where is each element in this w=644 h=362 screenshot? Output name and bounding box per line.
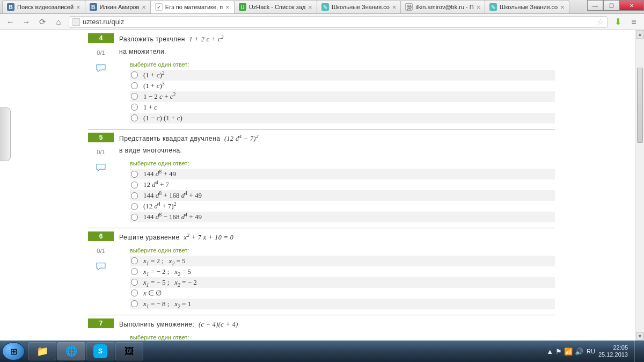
show-desktop-button[interactable] (634, 341, 640, 362)
question-score: 0/1 (88, 49, 114, 56)
answer-hint: выберите один ответ: (130, 61, 555, 68)
answer-option[interactable]: x1 = 2 ; x2 = 5 (130, 256, 555, 266)
browser-tab[interactable]: B Поиск видеозаписей × (2, 0, 85, 13)
tab-title: Школьные Знания.co (332, 4, 390, 10)
close-tab-icon[interactable]: × (477, 3, 481, 11)
address-bar[interactable]: uztest.ru/quiz ☆ (69, 16, 608, 28)
answer-option[interactable]: 1 − 2 c + c2 (130, 91, 555, 102)
close-tab-icon[interactable]: × (560, 3, 565, 11)
side-tab-handle[interactable] (0, 107, 11, 161)
answer-option[interactable]: (12 d4 + 7)2 (130, 201, 555, 212)
home-button[interactable]: ⌂ (53, 16, 64, 28)
browser-tab[interactable]: ✓ Егэ по математике, п × (150, 0, 235, 13)
answer-radio[interactable] (131, 300, 138, 307)
tab-title: Илкин Амиров (100, 4, 140, 10)
close-tab-icon[interactable]: × (392, 3, 397, 11)
answer-radio[interactable] (131, 93, 138, 100)
close-tab-icon[interactable]: × (308, 3, 312, 11)
answer-radio[interactable] (131, 82, 138, 89)
answer-radio[interactable] (131, 214, 138, 221)
close-tab-icon[interactable]: × (76, 3, 80, 11)
answer-option[interactable]: (1 + c)2 (130, 70, 555, 81)
scroll-down-icon[interactable]: ▼ (636, 332, 644, 341)
question-prompt: Выполнить умножение: (c − 4)(c + 4) (119, 318, 555, 331)
answer-option[interactable]: x1 = − 5 ; x2 = − 2 (130, 277, 555, 288)
answer-option[interactable]: 144 d8 + 49 (130, 169, 555, 179)
answer-text: x ∈ ∅ (143, 289, 162, 298)
question-prompt: Представить квадрат двучлена (12 d4 − 7)… (119, 133, 555, 157)
taskbar-clock[interactable]: 22:05 25.12.2013 (598, 344, 628, 358)
browser-tab[interactable]: ✎ Школьные Знания.co × (317, 0, 401, 13)
tab-title: Поиск видеозаписей (17, 4, 74, 10)
answer-option[interactable]: 12 d4 + 7 (130, 179, 555, 190)
answer-radio[interactable] (131, 171, 138, 178)
answer-option[interactable]: x ∈ ∅ (130, 288, 555, 299)
taskbar-app[interactable]: 🌐 (57, 342, 85, 360)
browser-tab[interactable]: ✎ Школьные Знания.co × (485, 0, 569, 13)
answer-radio[interactable] (131, 268, 138, 275)
window-controls: — ☐ ✕ (587, 0, 644, 11)
answer-option[interactable]: x1 = − 8 ; x2 = 1 (130, 299, 555, 309)
back-button[interactable]: ← (4, 16, 16, 28)
chrome-menu-icon[interactable]: ≡ (628, 16, 640, 28)
answer-hint: выберите один ответ: (130, 247, 555, 254)
start-button[interactable]: ⊞ (2, 342, 25, 360)
close-tab-icon[interactable]: × (225, 3, 230, 11)
window-maximize-button[interactable]: ☐ (603, 0, 619, 11)
language-indicator[interactable]: RU (587, 348, 595, 354)
answer-option[interactable]: 144 d8 − 168 d4 + 49 (130, 212, 555, 222)
taskbar-app[interactable]: 🖼 (115, 342, 143, 360)
favicon: @ (405, 3, 413, 11)
tray-expand-icon[interactable]: ▲ (546, 347, 553, 356)
answer-radio[interactable] (131, 279, 138, 286)
answer-text: 12 d4 + 7 (143, 180, 169, 189)
answer-option[interactable]: 144 d8 + 168 d4 + 49 (130, 190, 555, 201)
tab-title: Егэ по математике, п (165, 4, 223, 10)
browser-tab[interactable]: B Илкин Амиров × (85, 0, 151, 13)
question-score: 0/1 (88, 149, 114, 155)
download-icon[interactable]: ⬇ (612, 16, 624, 28)
favicon: B (90, 3, 97, 11)
answer-radio[interactable] (131, 257, 138, 264)
vertical-scrollbar[interactable]: ▲ ▼ (635, 30, 644, 341)
answer-radio[interactable] (131, 182, 138, 189)
question-number-badge: 5 (88, 133, 114, 142)
question-score: 0/1 (88, 248, 114, 254)
question-number-badge: 4 (88, 33, 114, 43)
answer-radio[interactable] (131, 71, 138, 78)
comment-icon[interactable] (95, 262, 107, 271)
comment-icon[interactable] (95, 63, 107, 73)
answer-option[interactable]: (1 − c) (1 + c) (130, 113, 555, 124)
taskbar-app[interactable]: S (86, 342, 114, 360)
scroll-up-icon[interactable]: ▲ (636, 30, 644, 39)
tray-network-icon[interactable]: 📶 (564, 347, 573, 356)
answer-radio[interactable] (131, 203, 138, 210)
reload-button[interactable]: ⟳ (36, 16, 48, 28)
comment-icon[interactable] (95, 163, 107, 172)
question-prompt: Разложить трехчлен 1 + 2 c + c2на множит… (119, 33, 555, 58)
answer-option[interactable]: 1 + c (130, 102, 555, 113)
window-close-button[interactable]: ✕ (619, 0, 644, 11)
close-tab-icon[interactable]: × (142, 3, 146, 11)
bookmark-star-icon[interactable]: ☆ (597, 17, 604, 27)
answer-text: (1 + c)2 (143, 71, 165, 79)
forward-button[interactable]: → (20, 16, 32, 28)
window-minimize-button[interactable]: — (587, 0, 603, 11)
answer-option[interactable]: (1 + c)3 (130, 81, 555, 91)
taskbar-app[interactable]: 📁 (28, 342, 56, 360)
tab-title: UzHack - Список зад (249, 4, 306, 10)
answer-option[interactable]: x1 = − 2 ; x2 = 5 (130, 266, 555, 277)
answer-radio[interactable] (131, 289, 138, 296)
tray-volume-icon[interactable]: 🔊 (575, 347, 583, 356)
browser-tab[interactable]: @ ilkin.amirov@bk.ru - П × (400, 0, 485, 13)
question-number-badge: 6 (88, 231, 114, 241)
answer-radio[interactable] (131, 104, 138, 111)
tray-icons[interactable]: ▲ ⚑ 📶 🔊 (546, 347, 583, 356)
scroll-thumb[interactable] (637, 68, 643, 143)
tray-flag-icon[interactable]: ⚑ (555, 347, 562, 356)
answer-radio[interactable] (131, 192, 138, 199)
tab-title: Школьные Знания.co (500, 4, 558, 10)
url-text: uztest.ru/quiz (83, 18, 124, 26)
browser-tab[interactable]: U UzHack - Список зад × (234, 0, 317, 13)
answer-radio[interactable] (131, 114, 138, 121)
